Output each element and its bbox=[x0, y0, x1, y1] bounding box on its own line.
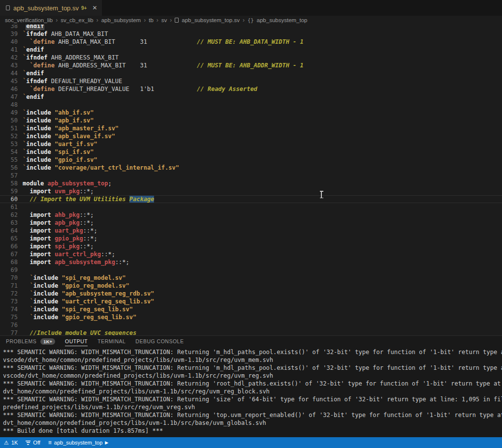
code-line[interactable]: 50`include "apb_if.sv" bbox=[0, 117, 502, 124]
breadcrumb-item[interactable]: apb_subsystem_top bbox=[257, 17, 308, 23]
breadcrumb-separator: › bbox=[157, 17, 158, 24]
breadcrumb-item[interactable]: tb bbox=[149, 17, 154, 23]
line-number[interactable]: 76 bbox=[0, 321, 18, 329]
code-editor[interactable]: 38`endif39`ifndef AHB_DATA_MAX_BIT40 `de… bbox=[0, 25, 502, 335]
line-number[interactable]: 58 bbox=[0, 179, 18, 187]
line-number[interactable]: 47 bbox=[0, 93, 18, 101]
code-line[interactable]: 68 import apb_subsystem_pkg::*; bbox=[0, 258, 502, 266]
code-line[interactable]: 62 import ahb_pkg::*; bbox=[0, 211, 502, 219]
code-line[interactable]: 59 import uvm_pkg::*; bbox=[0, 187, 502, 195]
code-line[interactable]: 39`ifndef AHB_DATA_MAX_BIT bbox=[0, 30, 502, 38]
line-number[interactable]: 48 bbox=[0, 101, 18, 109]
code-line[interactable]: 76 bbox=[0, 321, 502, 329]
code-line[interactable]: 61 bbox=[0, 203, 502, 211]
code-line[interactable]: 38`endif bbox=[0, 25, 502, 30]
code-line[interactable]: 53`include "uart_if.sv" bbox=[0, 140, 502, 148]
line-number[interactable]: 77 bbox=[0, 329, 18, 335]
panel-tab-problems[interactable]: PROBLEMS1K+ bbox=[6, 336, 55, 347]
line-number[interactable]: 53 bbox=[0, 140, 18, 148]
code-line[interactable]: 40 `define AHB_DATA_MAX_BIT 31 // MUST B… bbox=[0, 38, 502, 46]
output-console[interactable]: *** SEMANTIC WARNING: WIDTH_MISMATCH_TRU… bbox=[0, 347, 502, 435]
line-number[interactable]: 38 bbox=[0, 25, 18, 30]
code-line[interactable]: 45`ifndef DEFAULT_HREADY_VALUE bbox=[0, 77, 502, 85]
code-line[interactable]: 42`ifndef AHB_ADDRESS_MAX_BIT bbox=[0, 54, 502, 61]
panel-tab-debug-console[interactable]: DEBUG CONSOLE bbox=[135, 336, 184, 347]
line-number[interactable]: 54 bbox=[0, 148, 18, 156]
code-line[interactable]: 60 // Import the UVM Utilities Package bbox=[0, 195, 502, 203]
line-number[interactable]: 56 bbox=[0, 164, 18, 172]
code-line[interactable]: 65 import gpio_pkg::*; bbox=[0, 235, 502, 242]
code-text: `endif bbox=[23, 46, 44, 54]
line-number[interactable]: 42 bbox=[0, 54, 18, 61]
line-number[interactable]: 68 bbox=[0, 258, 18, 266]
line-number[interactable]: 46 bbox=[0, 85, 18, 93]
line-number[interactable]: 43 bbox=[0, 61, 18, 69]
line-number[interactable]: 39 bbox=[0, 30, 18, 38]
code-line[interactable]: 73 `include "uart_ctrl_reg_seq_lib.sv" bbox=[0, 298, 502, 305]
line-number[interactable]: 63 bbox=[0, 219, 18, 227]
code-line[interactable]: 49`include "ahb_if.sv" bbox=[0, 109, 502, 117]
code-line[interactable]: 77 //Include module UVC sequences bbox=[0, 329, 502, 335]
code-line[interactable]: 58module apb_subsystem_top; bbox=[0, 179, 502, 187]
code-line[interactable]: 69 bbox=[0, 266, 502, 274]
line-number[interactable]: 50 bbox=[0, 117, 18, 124]
line-number[interactable]: 70 bbox=[0, 274, 18, 282]
tab-apb-subsystem-top[interactable]: apb_subsystem_top.sv 9+ bbox=[0, 0, 102, 16]
line-number[interactable]: 45 bbox=[0, 77, 18, 85]
line-number[interactable]: 71 bbox=[0, 282, 18, 290]
line-number[interactable]: 40 bbox=[0, 38, 18, 46]
line-number[interactable]: 64 bbox=[0, 227, 18, 235]
line-number[interactable]: 51 bbox=[0, 124, 18, 132]
code-line[interactable]: 70 `include "spi_reg_model.sv" bbox=[0, 274, 502, 282]
line-number[interactable]: 52 bbox=[0, 132, 18, 140]
breadcrumb-item[interactable]: sv bbox=[161, 17, 167, 23]
status-item-2[interactable]: ≡apb_subsystem_top▶ bbox=[48, 440, 108, 446]
code-line[interactable]: 71 `include "gpio_reg_model.sv" bbox=[0, 282, 502, 290]
line-number[interactable]: 62 bbox=[0, 211, 18, 219]
code-line[interactable]: 56`include "coverage/uart_ctrl_internal_… bbox=[0, 164, 502, 172]
code-line[interactable]: 57 bbox=[0, 172, 502, 179]
code-line[interactable]: 47`endif bbox=[0, 93, 502, 101]
breadcrumb-item[interactable]: apb_subsystem bbox=[101, 17, 141, 23]
panel-tab-terminal[interactable]: TERMINAL bbox=[97, 336, 126, 347]
line-number[interactable]: 55 bbox=[0, 156, 18, 164]
code-line[interactable]: 48 bbox=[0, 101, 502, 109]
code-line[interactable]: 75 `include "gpio_reg_seq_lib.sv" bbox=[0, 313, 502, 321]
code-line[interactable]: 52`include "apb_slave_if.sv" bbox=[0, 132, 502, 140]
line-number[interactable]: 69 bbox=[0, 266, 18, 274]
code-line[interactable]: 72 `include "apb_subsystem_reg_rdb.sv" bbox=[0, 290, 502, 298]
close-icon[interactable] bbox=[92, 4, 97, 11]
code-line[interactable]: 67 import uart_ctrl_pkg::*; bbox=[0, 250, 502, 258]
panel-tab-output[interactable]: OUTPUT bbox=[65, 336, 88, 347]
line-number[interactable]: 60 bbox=[0, 195, 18, 203]
breadcrumb-item[interactable]: soc_verification_lib bbox=[5, 17, 53, 23]
breadcrumb-item[interactable]: apb_subsystem_top.sv bbox=[182, 17, 240, 23]
code-line[interactable]: 41`endif bbox=[0, 46, 502, 54]
line-number[interactable]: 41 bbox=[0, 46, 18, 54]
code-line[interactable]: 43 `define AHB_ADDRESS_MAX_BIT 31 // MUS… bbox=[0, 61, 502, 69]
code-line[interactable]: 55`include "gpio_if.sv" bbox=[0, 156, 502, 164]
line-number[interactable]: 67 bbox=[0, 250, 18, 258]
code-line[interactable]: 51`include "apb_master_if.sv" bbox=[0, 124, 502, 132]
line-number[interactable]: 49 bbox=[0, 109, 18, 117]
code-line[interactable]: 44`endif bbox=[0, 69, 502, 77]
code-line[interactable]: 64 import uart_pkg::*; bbox=[0, 227, 502, 235]
line-number[interactable]: 74 bbox=[0, 305, 18, 313]
line-number[interactable]: 72 bbox=[0, 290, 18, 298]
line-number[interactable]: 59 bbox=[0, 187, 18, 195]
code-line[interactable]: 54`include "spi_if.sv" bbox=[0, 148, 502, 156]
code-line[interactable]: 63 import apb_pkg::*; bbox=[0, 219, 502, 227]
status-item-0[interactable]: ⚠1K bbox=[4, 440, 18, 446]
line-number[interactable]: 61 bbox=[0, 203, 18, 211]
line-number[interactable]: 75 bbox=[0, 313, 18, 321]
breadcrumb-item[interactable]: sv_cb_ex_lib bbox=[61, 17, 93, 23]
line-number[interactable]: 66 bbox=[0, 242, 18, 250]
status-item-1[interactable]: Off bbox=[26, 440, 40, 446]
code-line[interactable]: 74 `include "spi_reg_seq_lib.sv" bbox=[0, 305, 502, 313]
line-number[interactable]: 44 bbox=[0, 69, 18, 77]
line-number[interactable]: 73 bbox=[0, 298, 18, 305]
line-number[interactable]: 65 bbox=[0, 235, 18, 242]
line-number[interactable]: 57 bbox=[0, 172, 18, 179]
code-line[interactable]: 46 `define DEFAULT_HREADY_VALUE 1'b1 // … bbox=[0, 85, 502, 93]
code-line[interactable]: 66 import spi_pkg::*; bbox=[0, 242, 502, 250]
